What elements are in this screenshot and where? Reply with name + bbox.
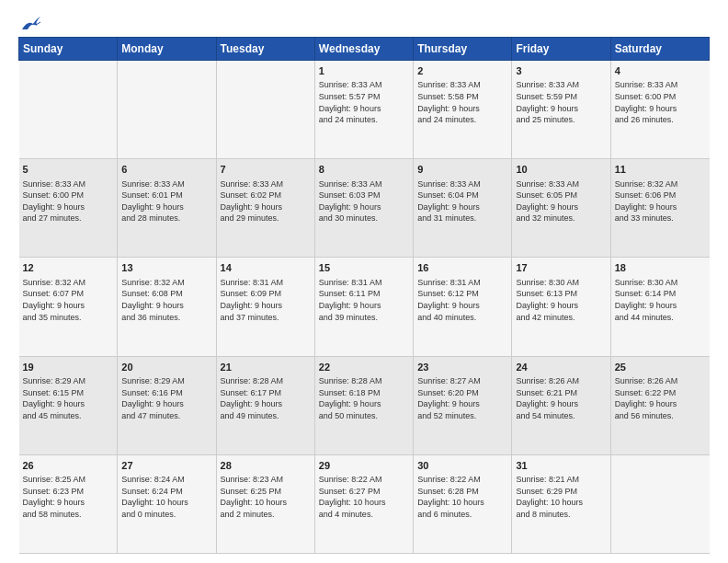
day-number: 2: [417, 64, 507, 78]
calendar-cell: 25Sunrise: 8:26 AM Sunset: 6:22 PM Dayli…: [610, 356, 709, 454]
day-number: 31: [516, 459, 606, 473]
day-info: Sunrise: 8:30 AM Sunset: 6:13 PM Dayligh…: [516, 277, 606, 323]
day-number: 1: [319, 64, 409, 78]
calendar-cell: [118, 61, 216, 159]
day-info: Sunrise: 8:33 AM Sunset: 6:02 PM Dayligh…: [221, 178, 311, 224]
day-info: Sunrise: 8:25 AM Sunset: 6:23 PM Dayligh…: [23, 474, 114, 520]
day-info: Sunrise: 8:23 AM Sunset: 6:25 PM Dayligh…: [221, 474, 311, 520]
weekday-header-sunday: Sunday: [19, 38, 118, 61]
week-row-3: 12Sunrise: 8:32 AM Sunset: 6:07 PM Dayli…: [19, 258, 710, 356]
calendar-cell: [19, 61, 118, 159]
day-number: 16: [417, 261, 507, 275]
calendar-cell: 17Sunrise: 8:30 AM Sunset: 6:13 PM Dayli…: [512, 258, 610, 356]
weekday-header-tuesday: Tuesday: [216, 38, 314, 61]
day-info: Sunrise: 8:31 AM Sunset: 6:09 PM Dayligh…: [221, 277, 311, 323]
day-number: 22: [319, 361, 409, 374]
day-number: 20: [121, 361, 211, 374]
calendar-cell: 12Sunrise: 8:32 AM Sunset: 6:07 PM Dayli…: [19, 258, 118, 356]
day-info: Sunrise: 8:33 AM Sunset: 6:01 PM Dayligh…: [121, 178, 211, 224]
day-info: Sunrise: 8:26 AM Sunset: 6:21 PM Dayligh…: [516, 375, 606, 421]
day-number: 15: [319, 261, 409, 275]
day-number: 14: [221, 261, 311, 275]
calendar-cell: 4Sunrise: 8:33 AM Sunset: 6:00 PM Daylig…: [610, 61, 709, 159]
day-number: 9: [417, 163, 507, 177]
day-info: Sunrise: 8:29 AM Sunset: 6:15 PM Dayligh…: [23, 375, 114, 421]
day-number: 24: [516, 361, 606, 374]
calendar-cell: 23Sunrise: 8:27 AM Sunset: 6:20 PM Dayli…: [414, 356, 512, 454]
weekday-header-thursday: Thursday: [414, 38, 512, 61]
day-number: 17: [516, 261, 606, 275]
day-info: Sunrise: 8:22 AM Sunset: 6:27 PM Dayligh…: [319, 474, 409, 520]
day-number: 26: [23, 459, 114, 473]
day-info: Sunrise: 8:33 AM Sunset: 6:00 PM Dayligh…: [23, 178, 114, 224]
day-info: Sunrise: 8:29 AM Sunset: 6:16 PM Dayligh…: [121, 375, 211, 421]
day-info: Sunrise: 8:33 AM Sunset: 6:05 PM Dayligh…: [516, 178, 606, 224]
calendar-cell: 24Sunrise: 8:26 AM Sunset: 6:21 PM Dayli…: [512, 356, 610, 454]
calendar-cell: 7Sunrise: 8:33 AM Sunset: 6:02 PM Daylig…: [216, 159, 314, 258]
day-number: 12: [23, 261, 114, 275]
day-info: Sunrise: 8:33 AM Sunset: 5:59 PM Dayligh…: [516, 79, 606, 125]
calendar-cell: 5Sunrise: 8:33 AM Sunset: 6:00 PM Daylig…: [19, 159, 118, 258]
calendar-cell: 20Sunrise: 8:29 AM Sunset: 6:16 PM Dayli…: [118, 356, 216, 454]
day-info: Sunrise: 8:21 AM Sunset: 6:29 PM Dayligh…: [516, 474, 606, 520]
day-number: 8: [319, 163, 409, 177]
weekday-header-monday: Monday: [118, 38, 216, 61]
weekday-header-friday: Friday: [512, 38, 610, 61]
calendar-cell: 8Sunrise: 8:33 AM Sunset: 6:03 PM Daylig…: [314, 159, 413, 258]
day-info: Sunrise: 8:30 AM Sunset: 6:14 PM Dayligh…: [615, 277, 706, 323]
day-number: 7: [221, 163, 311, 177]
weekday-header-wednesday: Wednesday: [314, 38, 413, 61]
calendar-cell: 16Sunrise: 8:31 AM Sunset: 6:12 PM Dayli…: [414, 258, 512, 356]
calendar-cell: [610, 454, 709, 553]
calendar-cell: 30Sunrise: 8:22 AM Sunset: 6:28 PM Dayli…: [414, 454, 512, 553]
day-info: Sunrise: 8:32 AM Sunset: 6:07 PM Dayligh…: [23, 277, 114, 323]
calendar-cell: 1Sunrise: 8:33 AM Sunset: 5:57 PM Daylig…: [314, 61, 413, 159]
day-info: Sunrise: 8:33 AM Sunset: 6:04 PM Dayligh…: [417, 178, 507, 224]
calendar-cell: 11Sunrise: 8:32 AM Sunset: 6:06 PM Dayli…: [610, 159, 709, 258]
calendar-cell: 10Sunrise: 8:33 AM Sunset: 6:05 PM Dayli…: [512, 159, 610, 258]
day-number: 5: [23, 163, 114, 177]
day-info: Sunrise: 8:22 AM Sunset: 6:28 PM Dayligh…: [417, 474, 507, 520]
day-number: 30: [417, 459, 507, 473]
day-info: Sunrise: 8:32 AM Sunset: 6:06 PM Dayligh…: [615, 178, 706, 224]
day-info: Sunrise: 8:28 AM Sunset: 6:17 PM Dayligh…: [221, 375, 311, 421]
day-info: Sunrise: 8:28 AM Sunset: 6:18 PM Dayligh…: [319, 375, 409, 421]
day-info: Sunrise: 8:26 AM Sunset: 6:22 PM Dayligh…: [615, 375, 706, 421]
calendar-cell: [216, 61, 314, 159]
day-number: 21: [221, 361, 311, 374]
day-number: 11: [615, 163, 706, 177]
day-number: 3: [516, 64, 606, 78]
week-row-2: 5Sunrise: 8:33 AM Sunset: 6:00 PM Daylig…: [19, 159, 710, 258]
day-number: 19: [23, 361, 114, 374]
calendar-cell: 15Sunrise: 8:31 AM Sunset: 6:11 PM Dayli…: [314, 258, 413, 356]
calendar-cell: 13Sunrise: 8:32 AM Sunset: 6:08 PM Dayli…: [118, 258, 216, 356]
day-number: 18: [615, 261, 706, 275]
day-info: Sunrise: 8:32 AM Sunset: 6:08 PM Dayligh…: [121, 277, 211, 323]
day-info: Sunrise: 8:31 AM Sunset: 6:12 PM Dayligh…: [417, 277, 507, 323]
calendar-cell: 27Sunrise: 8:24 AM Sunset: 6:24 PM Dayli…: [118, 454, 216, 553]
day-number: 13: [121, 261, 211, 275]
calendar-cell: 26Sunrise: 8:25 AM Sunset: 6:23 PM Dayli…: [19, 454, 118, 553]
day-number: 27: [121, 459, 211, 473]
calendar-cell: 21Sunrise: 8:28 AM Sunset: 6:17 PM Dayli…: [216, 356, 314, 454]
day-number: 28: [221, 459, 311, 473]
weekday-header-saturday: Saturday: [610, 38, 709, 61]
day-info: Sunrise: 8:33 AM Sunset: 5:58 PM Dayligh…: [417, 79, 507, 125]
calendar-cell: 14Sunrise: 8:31 AM Sunset: 6:09 PM Dayli…: [216, 258, 314, 356]
calendar-table: SundayMondayTuesdayWednesdayThursdayFrid…: [18, 37, 710, 554]
day-info: Sunrise: 8:33 AM Sunset: 6:00 PM Dayligh…: [615, 79, 706, 125]
calendar-cell: 2Sunrise: 8:33 AM Sunset: 5:58 PM Daylig…: [414, 61, 512, 159]
weekday-header-row: SundayMondayTuesdayWednesdayThursdayFrid…: [19, 38, 710, 61]
day-info: Sunrise: 8:33 AM Sunset: 6:03 PM Dayligh…: [319, 178, 409, 224]
header: [18, 17, 710, 33]
logo: [18, 17, 40, 33]
calendar-cell: 29Sunrise: 8:22 AM Sunset: 6:27 PM Dayli…: [314, 454, 413, 553]
calendar-cell: 28Sunrise: 8:23 AM Sunset: 6:25 PM Dayli…: [216, 454, 314, 553]
calendar-cell: 9Sunrise: 8:33 AM Sunset: 6:04 PM Daylig…: [414, 159, 512, 258]
logo-bird-icon: [20, 17, 40, 33]
day-number: 6: [121, 163, 211, 177]
page: SundayMondayTuesdayWednesdayThursdayFrid…: [0, 0, 728, 563]
day-number: 10: [516, 163, 606, 177]
day-info: Sunrise: 8:24 AM Sunset: 6:24 PM Dayligh…: [121, 474, 211, 520]
calendar: SundayMondayTuesdayWednesdayThursdayFrid…: [18, 37, 710, 554]
